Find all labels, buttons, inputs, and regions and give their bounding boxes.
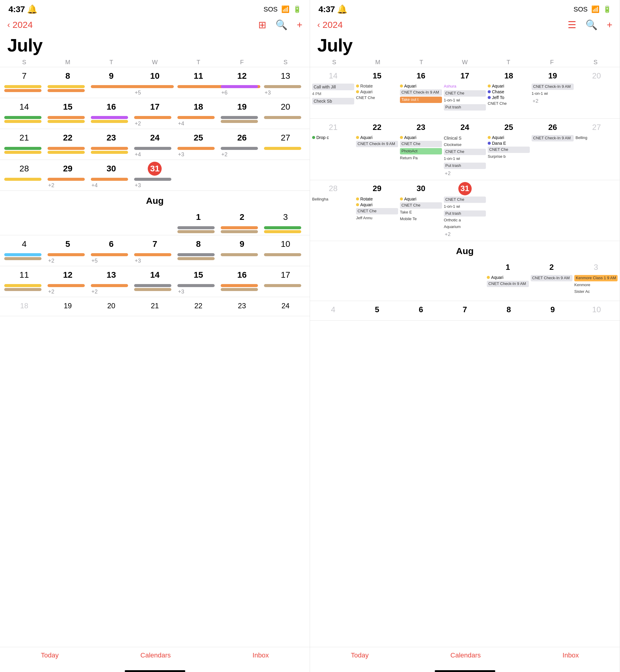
day-cell-30[interactable]: 30: [90, 161, 133, 177]
day-cell-aug13[interactable]: 13: [90, 268, 133, 283]
day-cell-aug14[interactable]: 14: [133, 268, 177, 283]
nav-inbox-right[interactable]: Inbox: [563, 652, 579, 659]
day-col-21[interactable]: 21 Drop c: [311, 120, 355, 178]
grid-icon-left[interactable]: ⊞: [258, 19, 266, 31]
dow-t2: T: [176, 57, 220, 67]
day-col-31r[interactable]: 31 CNET Che 1-on-1 wi Put trash Orthotic…: [443, 181, 487, 238]
day-col-aug3r[interactable]: [575, 181, 618, 238]
day-26-events: CNET Check-In 9 AM: [531, 135, 574, 141]
header-back-left[interactable]: ‹ 2024: [7, 20, 33, 30]
header-left: ‹ 2024 ⊞ 🔍 +: [0, 17, 310, 34]
day-cell-22[interactable]: 22: [46, 130, 90, 146]
day-cell-aug5[interactable]: 5: [46, 237, 90, 252]
month-grid-left[interactable]: 7 8 9 10 11 12 13: [0, 67, 310, 647]
day-cell-16[interactable]: 16: [90, 99, 133, 115]
day-col-23[interactable]: 23 Aquari CNET Che PhotoAct Return Pa: [399, 120, 443, 178]
day-col-26[interactable]: 26 CNET Check-In 9 AM: [531, 120, 575, 178]
day-col-aug1x[interactable]: 1 Aquari CNET Check-In 9 AM: [486, 260, 529, 298]
day-cell-15[interactable]: 15: [46, 99, 90, 115]
day-col-25[interactable]: 25 Aquari Dana E CNET Che Surprise b: [487, 120, 531, 178]
day-cell-aug11[interactable]: 11: [2, 268, 46, 283]
year-right[interactable]: 2024: [322, 20, 343, 30]
nav-inbox-left[interactable]: Inbox: [253, 652, 269, 659]
day-cell-aug1[interactable]: [176, 161, 220, 177]
day-cell-21[interactable]: 21: [2, 130, 46, 146]
day-col-30r[interactable]: 30 Aquari CNET Che Take E Mobile Te: [399, 181, 443, 238]
day-cell-12[interactable]: 12: [220, 68, 264, 84]
day-col-19[interactable]: 19 CNET Check-In 9 AM 1-on-1 wi +2: [531, 68, 575, 116]
header-back-right[interactable]: ‹ 2024: [317, 20, 343, 30]
day-cell-aug10[interactable]: 10: [264, 237, 307, 252]
day-cell-20[interactable]: 20: [264, 99, 307, 115]
back-arrow-left[interactable]: ‹: [7, 20, 10, 30]
view-toggle-icon[interactable]: ☰: [568, 19, 576, 31]
day-col-28r[interactable]: 28 Bellingha: [311, 181, 355, 238]
day-cell-10[interactable]: 10: [133, 68, 177, 84]
day-cell-28[interactable]: 28: [2, 161, 46, 177]
add-icon-left[interactable]: +: [297, 19, 302, 31]
day-cell-aug9[interactable]: 9: [220, 237, 264, 252]
day-cell-17[interactable]: 17: [133, 99, 177, 115]
nav-calendars-left[interactable]: Calendars: [141, 652, 171, 659]
search-icon-left[interactable]: 🔍: [275, 19, 288, 31]
day-cell-aug1b[interactable]: 1: [176, 209, 220, 225]
day-col-17[interactable]: 17 Ashura CNET Che 1-on-1 wi Put trash: [443, 68, 487, 116]
day-cell-11[interactable]: 11: [176, 68, 220, 84]
back-arrow-right[interactable]: ‹: [317, 20, 320, 30]
day-cell-29[interactable]: 29: [46, 161, 90, 177]
day-cell-23[interactable]: 23: [90, 130, 133, 146]
day-cell-27[interactable]: 27: [264, 130, 307, 146]
day-col-20[interactable]: 20: [575, 68, 618, 116]
wifi-left: 📶: [281, 5, 290, 13]
bottom-nav-left: Today Calendars Inbox: [0, 647, 310, 668]
day-cell-26[interactable]: 26: [220, 130, 264, 146]
day-cell-19[interactable]: 19: [220, 99, 264, 115]
day-col-aug2r[interactable]: [531, 181, 575, 238]
day-15-events: Rotate Aquari CNET Che: [356, 84, 398, 101]
day-col-18[interactable]: 18 Aquari Chase Jeff To CNET Che: [487, 68, 531, 116]
day-cell-aug17[interactable]: 17: [264, 268, 307, 283]
day-col-aug2x[interactable]: 2 CNET Check-In 9 AM: [530, 260, 573, 298]
month-grid-right[interactable]: 14 Call with Jill 4 PM Check Sb 15 Rotat…: [310, 67, 620, 647]
day-cell-aug7[interactable]: 7: [133, 237, 177, 252]
day-cell-8[interactable]: 8: [46, 68, 90, 84]
day-cell-14[interactable]: 14: [2, 99, 46, 115]
day-cell-aug16[interactable]: 16: [220, 268, 264, 283]
day-27-events: Belling: [575, 135, 618, 141]
day-aug3-events: Kenmore Class 1 9 AM Kenmore Sister Ac: [574, 275, 618, 295]
day-cell-aug4[interactable]: 4: [2, 237, 46, 252]
day-cell-aug2b[interactable]: 2: [220, 209, 264, 225]
day-cell-25[interactable]: 25: [176, 130, 220, 146]
nav-calendars-right[interactable]: Calendars: [451, 652, 481, 659]
dow-s1: S: [2, 57, 46, 67]
day-col-16[interactable]: 16 Aquari CNET Check-In 9 AM Take out t: [399, 68, 443, 116]
day-cell-aug6[interactable]: 6: [90, 237, 133, 252]
search-icon-right[interactable]: 🔍: [585, 19, 598, 31]
day-col-14[interactable]: 14 Call with Jill 4 PM Check Sb: [311, 68, 355, 116]
day-cell-13[interactable]: 13: [264, 68, 307, 84]
nav-today-left[interactable]: Today: [41, 652, 59, 659]
day-cell-aug3[interactable]: [264, 161, 307, 177]
day-cell-aug8[interactable]: 8: [176, 237, 220, 252]
day-col-aug1r[interactable]: [487, 181, 531, 238]
day-col-24[interactable]: 24 Clinical S Clockwise CNET Che 1-on-1 …: [443, 120, 487, 178]
day-cell-aug2[interactable]: [220, 161, 264, 177]
day-cell-24[interactable]: 24: [133, 130, 177, 146]
dow-t1: T: [90, 57, 133, 67]
nav-today-right[interactable]: Today: [351, 652, 369, 659]
day-cell-aug12[interactable]: 12: [46, 268, 90, 283]
day-col-29r[interactable]: 29 Rotate Aquari CNET Che Jeff Annu: [355, 181, 399, 238]
day-col-15[interactable]: 15 Rotate Aquari CNET Che: [355, 68, 399, 116]
day-cell-18[interactable]: 18: [176, 99, 220, 115]
day-16-events: Aquari CNET Check-In 9 AM Take out t: [400, 84, 442, 103]
day-col-27[interactable]: 27 Belling: [575, 120, 618, 178]
day-cell-aug15[interactable]: 15: [176, 268, 220, 283]
year-left[interactable]: 2024: [12, 20, 33, 30]
day-cell-7[interactable]: 7: [2, 68, 46, 84]
day-cell-31[interactable]: 31: [133, 161, 177, 177]
day-cell-aug3b[interactable]: 3: [264, 209, 307, 225]
add-icon-right[interactable]: +: [607, 19, 612, 31]
day-col-22[interactable]: 22 Aquari CNET Check-In 9 AM: [355, 120, 399, 178]
day-col-aug3x[interactable]: 3 Kenmore Class 1 9 AM Kenmore Sister Ac: [573, 260, 618, 298]
day-cell-9[interactable]: 9: [90, 68, 133, 84]
